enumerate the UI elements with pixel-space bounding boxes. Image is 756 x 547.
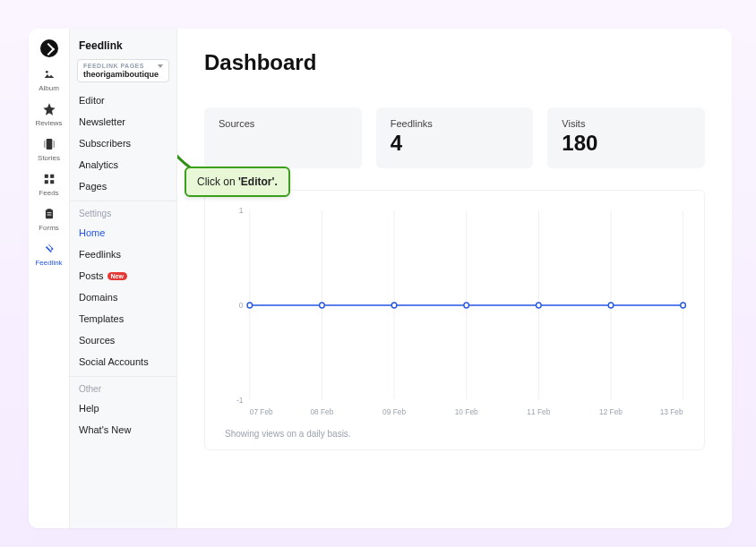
rail-label: Feedlink xyxy=(35,259,62,267)
svg-point-33 xyxy=(537,303,542,308)
stories-icon xyxy=(41,136,57,152)
tooltip-prefix: Click on xyxy=(197,175,238,188)
svg-text:11 Feb: 11 Feb xyxy=(527,407,550,416)
svg-text:1: 1 xyxy=(239,206,244,215)
svg-rect-8 xyxy=(45,209,52,218)
sidebar: Feedlink FEEDLINK PAGES theorigamiboutiq… xyxy=(70,29,177,528)
rail-label: Forms xyxy=(39,224,59,232)
rail-item-reviews[interactable]: Reviews xyxy=(29,96,70,131)
sidebar-group-settings: Settings xyxy=(70,201,176,222)
selector-value: theorigamiboutique xyxy=(83,70,163,79)
rail-label: Stories xyxy=(38,154,60,162)
stat-value: 180 xyxy=(562,131,691,156)
svg-rect-9 xyxy=(47,209,51,210)
app-window: Album Reviews Stories Feeds Forms xyxy=(29,29,732,528)
sidebar-item-newsletter[interactable]: Newsletter xyxy=(70,111,176,132)
logo-icon xyxy=(40,39,58,57)
sidebar-item-analytics[interactable]: Analytics xyxy=(70,154,176,175)
sidebar-item-subscribers[interactable]: Subscribers xyxy=(70,132,176,154)
svg-text:07 Feb: 07 Feb xyxy=(250,407,273,416)
sidebar-item-pages[interactable]: Pages xyxy=(70,175,176,197)
instruction-tooltip: Click on 'Editor'. xyxy=(185,167,290,197)
sidebar-item-editor[interactable]: Editor xyxy=(70,90,176,111)
svg-rect-2 xyxy=(44,141,45,148)
line-chart: 10-107 Feb08 Feb09 Feb10 Feb11 Feb12 Feb… xyxy=(225,205,690,420)
sidebar-item-sources[interactable]: Sources xyxy=(70,329,176,351)
chevron-down-icon xyxy=(158,64,163,68)
rail-label: Album xyxy=(39,84,59,92)
svg-point-30 xyxy=(320,303,325,308)
sidebar-item-domains[interactable]: Domains xyxy=(70,286,176,308)
page-selector[interactable]: FEEDLINK PAGES theorigamiboutique xyxy=(77,59,169,82)
stat-label: Visits xyxy=(562,118,691,129)
sidebar-title: Feedlink xyxy=(70,36,176,59)
stat-card-feedlinks: Feedlinks 4 xyxy=(376,107,534,168)
svg-text:13 Feb: 13 Feb xyxy=(660,407,683,416)
tooltip-target: 'Editor'. xyxy=(238,175,278,188)
svg-rect-4 xyxy=(44,175,47,178)
svg-point-34 xyxy=(608,303,614,308)
rail-item-feeds[interactable]: Feeds xyxy=(29,166,70,201)
feedlink-icon xyxy=(41,241,57,257)
app-logo[interactable] xyxy=(29,34,70,61)
rail-item-stories[interactable]: Stories xyxy=(29,131,70,166)
stat-card-visits: Visits 180 xyxy=(547,107,705,168)
svg-rect-5 xyxy=(50,175,54,178)
svg-text:0: 0 xyxy=(239,301,244,310)
icon-rail: Album Reviews Stories Feeds Forms xyxy=(29,29,70,528)
svg-rect-6 xyxy=(44,180,47,184)
svg-point-35 xyxy=(681,303,686,308)
rail-label: Feeds xyxy=(39,189,58,197)
svg-rect-1 xyxy=(46,139,52,150)
svg-point-31 xyxy=(391,303,397,308)
stat-label: Sources xyxy=(219,118,348,129)
sidebar-group-other: Other xyxy=(70,376,176,397)
stat-label: Feedlinks xyxy=(391,118,520,129)
sidebar-item-posts[interactable]: Posts New xyxy=(70,265,176,286)
svg-rect-3 xyxy=(53,141,54,148)
svg-point-32 xyxy=(464,303,469,308)
svg-point-0 xyxy=(46,71,48,73)
rail-item-album[interactable]: Album xyxy=(29,61,70,96)
new-badge: New xyxy=(107,272,127,280)
svg-rect-11 xyxy=(47,215,51,216)
sidebar-item-label: Posts xyxy=(79,270,104,281)
sidebar-item-social-accounts[interactable]: Social Accounts xyxy=(70,351,176,372)
stats-row: Sources Feedlinks 4 Visits 180 xyxy=(204,107,705,168)
svg-rect-10 xyxy=(47,212,51,213)
sidebar-item-home[interactable]: Home xyxy=(70,222,176,244)
rail-item-forms[interactable]: Forms xyxy=(29,201,70,235)
main-content: Dashboard Sources Feedlinks 4 Visits 180… xyxy=(177,29,732,528)
stat-value: 4 xyxy=(391,131,520,156)
page-title: Dashboard xyxy=(204,50,705,75)
grid-icon xyxy=(41,171,57,187)
rail-item-feedlink[interactable]: Feedlink xyxy=(29,235,70,270)
svg-rect-7 xyxy=(50,180,54,184)
rail-label: Reviews xyxy=(35,119,62,127)
svg-text:10 Feb: 10 Feb xyxy=(455,407,478,416)
svg-text:08 Feb: 08 Feb xyxy=(310,407,333,416)
clipboard-icon xyxy=(41,206,57,222)
stat-card-sources: Sources xyxy=(204,107,362,168)
star-icon xyxy=(41,101,57,117)
svg-text:-1: -1 xyxy=(236,396,244,405)
sidebar-item-templates[interactable]: Templates xyxy=(70,308,176,329)
sidebar-item-whats-new[interactable]: What's New xyxy=(70,419,176,440)
sidebar-item-feedlinks[interactable]: Feedlinks xyxy=(70,244,176,265)
sidebar-item-help[interactable]: Help xyxy=(70,397,176,419)
svg-text:09 Feb: 09 Feb xyxy=(382,407,406,416)
chart-caption: Showing views on a daily basis. xyxy=(225,429,690,439)
picture-icon xyxy=(41,66,57,82)
chart-card: 10-107 Feb08 Feb09 Feb10 Feb11 Feb12 Feb… xyxy=(204,190,705,450)
svg-text:12 Feb: 12 Feb xyxy=(599,407,623,416)
svg-point-29 xyxy=(247,303,253,308)
selector-label: FEEDLINK PAGES xyxy=(83,63,163,69)
